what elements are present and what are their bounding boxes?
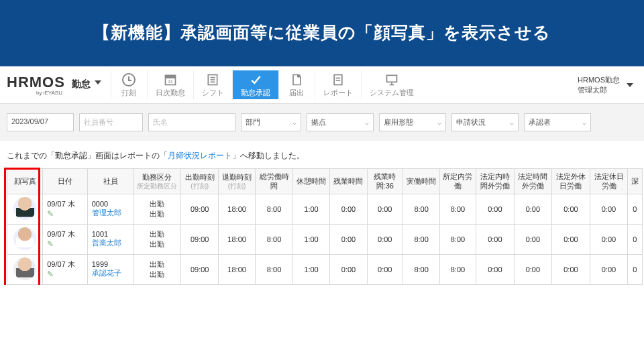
banner-text: 【新機能】承認画面等に従業員の「顔写真」を表示させる	[93, 23, 551, 42]
nav-label: 日次勤怠	[156, 88, 185, 98]
employee-link[interactable]: 営業太郎	[92, 239, 121, 247]
cell-date: 09/07 木✎	[43, 254, 88, 284]
table-row: 09/07 木✎0000管理太郎出勤出勤09:0018:008:001:000:…	[7, 194, 643, 224]
cell-total: 8:00	[256, 254, 292, 284]
col-lover[interactable]: 法定時間外労働	[515, 169, 551, 194]
col-out[interactable]: 退勤時刻(打刻)	[218, 169, 255, 194]
col-photo[interactable]: 顔写真	[7, 169, 43, 194]
current-user[interactable]: HRMOS勤怠 管理太郎	[578, 75, 637, 95]
chevron-down-icon[interactable]	[95, 80, 101, 84]
cell-sout: 0:00	[476, 194, 515, 224]
cell-out: 18:00	[218, 194, 255, 224]
cell-sin: 8:00	[440, 194, 476, 224]
col-total[interactable]: 総労働時間	[256, 169, 292, 194]
cell-late: 0	[627, 224, 642, 254]
chevron-down-icon: ⌵	[582, 119, 586, 126]
cell-photo	[7, 254, 43, 284]
nav-approve[interactable]: 勤怠承認	[232, 70, 278, 99]
cell-ot: 0:00	[330, 194, 367, 224]
nav-label: システム管理	[370, 88, 414, 98]
col-date[interactable]: 日付	[43, 169, 88, 194]
cell-out: 18:00	[218, 224, 255, 254]
pencil-icon[interactable]: ✎	[47, 239, 54, 249]
cell-late: 0	[627, 254, 642, 284]
nav-daily[interactable]: 31 日次勤怠	[147, 70, 193, 99]
cell-in: 09:00	[181, 254, 218, 284]
notice-text: これまでの「勤怠承認」画面はレポートの「月締状況レポート」へ移動しました。	[0, 141, 644, 168]
cell-break: 1:00	[292, 224, 329, 254]
nav-request[interactable]: 届出	[278, 70, 315, 99]
user-line2: 管理太郎	[578, 85, 620, 95]
col-lhol[interactable]: 法定休日労働	[590, 169, 627, 194]
col-outsched[interactable]: 法定内時間外労働	[476, 169, 515, 194]
chevron-down-icon: ⌵	[365, 119, 369, 126]
cell-ot36: 0:00	[367, 254, 402, 284]
col-ot[interactable]: 残業時間	[330, 169, 367, 194]
cell-break: 1:00	[292, 254, 329, 284]
logo[interactable]: HRMOS 勤怠 by iEYASU	[7, 74, 101, 96]
col-in[interactable]: 出勤時刻(打刻)	[181, 169, 218, 194]
col-emp[interactable]: 社員	[87, 169, 133, 194]
col-ot36[interactable]: 残業時間:36	[367, 169, 402, 194]
cell-lover: 0:00	[515, 254, 551, 284]
nav-admin[interactable]: システム管理	[361, 70, 422, 99]
filter-bar: 2023/09/07 社員番号 氏名 部門⌵ 拠点⌵ 雇用形態⌵ 申請状況⌵ 承…	[0, 104, 644, 141]
nav-shift[interactable]: シフト	[193, 70, 232, 99]
employment-select[interactable]: 雇用形態⌵	[379, 113, 446, 131]
cell-lhol: 0:00	[590, 194, 627, 224]
cell-act: 8:00	[402, 194, 439, 224]
cell-in: 09:00	[181, 224, 218, 254]
chevron-down-icon	[627, 83, 633, 87]
chevron-down-icon: ⌵	[292, 119, 297, 126]
pencil-icon[interactable]: ✎	[47, 209, 54, 219]
col-lhout[interactable]: 法定外休日労働	[551, 169, 590, 194]
col-late[interactable]: 深	[627, 169, 642, 194]
cell-emp: 0000管理太郎	[87, 194, 133, 224]
site-select[interactable]: 拠点⌵	[307, 113, 374, 131]
dept-select[interactable]: 部門⌵	[241, 113, 301, 131]
cell-lhout: 0:00	[551, 254, 590, 284]
logo-main: HRMOS	[7, 74, 65, 91]
col-insched[interactable]: 所定内労働	[440, 169, 476, 194]
cell-photo	[7, 224, 43, 254]
date-input[interactable]: 2023/09/07	[7, 113, 74, 131]
cell-act: 8:00	[402, 254, 439, 284]
cell-worktype: 出勤出勤	[133, 254, 181, 284]
col-break[interactable]: 休憩時間	[292, 169, 329, 194]
logo-byline: by iEYASU	[36, 90, 101, 96]
cell-sin: 8:00	[440, 224, 476, 254]
main-nav: 打刻 31 日次勤怠 シフト 勤怠承認 届出 レポート システム管理	[111, 70, 422, 99]
approver-select[interactable]: 承認者⌵	[524, 113, 591, 131]
cell-emp: 1001営業太郎	[87, 224, 133, 254]
attendance-table-wrap: 顔写真 日付 社員 勤務区分所定勤務区分 出勤時刻(打刻) 退勤時刻(打刻) 総…	[0, 168, 644, 285]
pencil-icon[interactable]: ✎	[47, 270, 54, 279]
name-input[interactable]: 氏名	[148, 113, 235, 131]
monitor-icon	[385, 73, 398, 86]
cell-ot: 0:00	[330, 254, 367, 284]
status-select[interactable]: 申請状況⌵	[451, 113, 519, 131]
col-actual[interactable]: 実働時間	[402, 169, 439, 194]
calendar-icon: 31	[164, 73, 177, 86]
announcement-banner: 【新機能】承認画面等に従業員の「顔写真」を表示させる	[0, 0, 644, 66]
col-worktype[interactable]: 勤務区分所定勤務区分	[133, 169, 181, 194]
monthly-report-link[interactable]: 月締状況レポート	[168, 151, 232, 160]
nav-stamp[interactable]: 打刻	[111, 70, 147, 99]
nav-report[interactable]: レポート	[315, 70, 361, 99]
nav-label: 打刻	[121, 88, 136, 98]
cell-date: 09/07 木✎	[43, 224, 88, 254]
svg-point-7	[297, 74, 301, 78]
clock-icon	[122, 73, 136, 86]
svg-rect-11	[386, 75, 396, 82]
cell-in: 09:00	[181, 194, 218, 224]
avatar	[13, 197, 36, 220]
emp-no-input[interactable]: 社員番号	[79, 113, 143, 131]
shift-icon	[206, 73, 219, 86]
cell-ot: 0:00	[330, 224, 367, 254]
cell-total: 8:00	[256, 224, 292, 254]
cell-ot36: 0:00	[367, 224, 402, 254]
cell-sout: 0:00	[476, 254, 515, 284]
cell-lhout: 0:00	[551, 194, 590, 224]
employee-link[interactable]: 管理太郎	[92, 209, 121, 217]
employee-link[interactable]: 承認花子	[92, 269, 121, 277]
cell-emp: 1999承認花子	[87, 254, 133, 284]
